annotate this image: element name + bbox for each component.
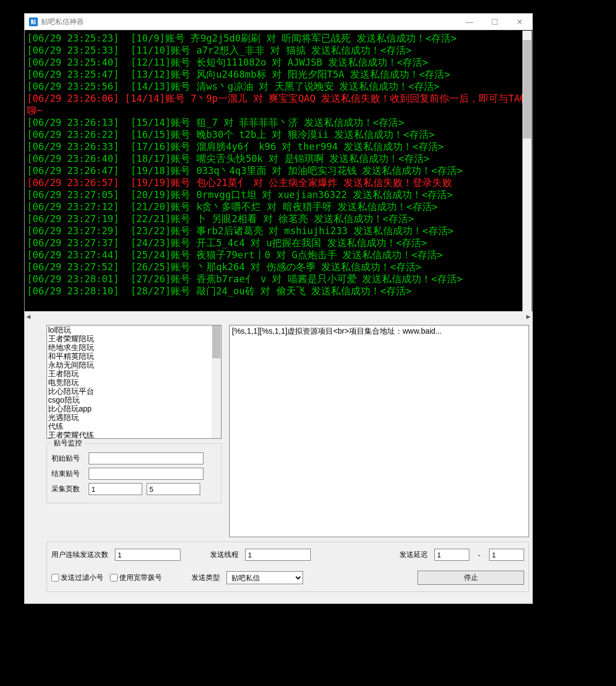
listbox-scrollbar[interactable] (212, 325, 221, 438)
app-icon: 贴 (29, 18, 38, 26)
list-item[interactable]: 永劫无间陪玩 (48, 361, 220, 369)
end-post-input[interactable] (89, 468, 204, 480)
log-line: [06/29 23:25:33] [11/10]账号 a7r2想入_非非 对 猫… (27, 44, 530, 56)
delay-to-input[interactable] (489, 549, 524, 561)
delay-from-input[interactable] (434, 549, 469, 561)
log-line: [06/29 23:25:56] [14/13]账号 清ws丶g凉油 对 天黑了… (27, 80, 530, 92)
send-type-select[interactable]: 贴吧私信 (226, 571, 303, 584)
list-item[interactable]: 和平精英陪玩 (48, 352, 220, 361)
list-item[interactable]: 代练 (48, 422, 220, 431)
send-count-input[interactable] (115, 549, 181, 561)
start-post-label: 初始贴号 (51, 454, 84, 463)
message-template-box[interactable]: [%s,1,1][%s,1,1]虚拟资源项目<br>项目集合地址：www.bai… (229, 325, 529, 537)
list-item[interactable]: 王者荣耀代练 (48, 431, 220, 439)
monitor-group: 贴号监控 初始贴号 结束贴号 采集页数 (47, 443, 222, 503)
log-line: [06/29 23:25:47] [13/12]账号 风向u2468mb标 对 … (27, 68, 530, 80)
use-broadband-checkbox[interactable] (110, 574, 118, 582)
monitor-legend: 贴号监控 (51, 438, 84, 448)
log-line: [06/29 23:27:52] [26/25]账号 丶那qk264 对 伤感の… (27, 261, 530, 273)
list-item[interactable]: 电竞陪玩 (48, 378, 220, 387)
app-window: 贴 贴吧私信神器 — ☐ ✕ [06/29 23:25:23] [10/9]账号… (24, 13, 533, 604)
log-line: [06/29 23:27:12] [21/20]账号 k贪丶多嚼不烂 对 暗夜猎… (27, 201, 530, 213)
thread-input[interactable] (245, 549, 311, 561)
use-broadband-label: 使用宽带拨号 (119, 573, 162, 583)
page-count-label: 采集页数 (51, 484, 84, 494)
log-line: [06/29 23:26:33] [17/16]账号 溜肩膀4y6亻 k96 对… (27, 141, 530, 153)
page-to-input[interactable] (147, 483, 200, 495)
log-line: [06/29 23:26:22] [16/15]账号 晚b30个 t2b上 对 … (27, 129, 530, 141)
list-item[interactable]: 王者荣耀陪玩 (48, 334, 220, 343)
log-line: [06/29 23:27:19] [22/21]账号 卜 另眼2相看 对 徐茗亮… (27, 213, 530, 225)
horizontal-scrollbar[interactable] (25, 313, 532, 322)
log-line: [06/29 23:27:29] [23/22]账号 事rb2后诸葛亮 对 ms… (27, 225, 530, 237)
delay-label: 发送延迟 (399, 550, 428, 560)
log-line: [06/29 23:26:47] [19/18]账号 033q丶4q3里面 对 … (27, 165, 530, 177)
log-line: [06/29 23:28:10] [28/27]账号 敲门24_ou砖 对 偷天… (27, 285, 530, 297)
start-post-input[interactable] (89, 452, 204, 464)
filter-small-label: 发送过滤小号 (61, 573, 103, 583)
log-line: [06/29 23:28:01] [27/26]账号 香蕉b7rae亻 v 对 … (27, 273, 530, 285)
log-line: [06/29 23:26:57] [19/19]账号 包心21菜亻 对 公主病全… (27, 177, 530, 189)
delay-dash: - (476, 551, 483, 559)
log-line: [06/29 23:26:06] [14/14]账号 7丶9p一溜儿 对 爽宝宝… (27, 92, 530, 117)
filter-small-checkbox[interactable] (51, 574, 59, 582)
list-item[interactable]: csgo陪玩 (48, 396, 220, 404)
list-item[interactable]: 比心陪玩平台 (48, 387, 220, 396)
stop-button[interactable]: 停止 (417, 571, 524, 585)
log-line: [06/29 23:27:05] [20/19]账号 0rmvgg口t坦 对 x… (27, 189, 530, 201)
middle-section: lol陪玩王者荣耀陪玩绝地求生陪玩和平精英陪玩永劫无间陪玩王者陪玩电竞陪玩比心陪… (25, 324, 532, 538)
log-line: [06/29 23:26:13] [15/14]账号 狙_7 对 菲菲菲菲丶济 … (27, 117, 530, 129)
listbox-scroll-thumb[interactable] (212, 325, 220, 358)
page-from-input[interactable] (89, 483, 142, 495)
log-line: [06/29 23:27:44] [25/24]账号 夜猫子79ert丨0 对 … (27, 249, 530, 261)
send-count-label: 用户连续发送次数 (51, 550, 108, 560)
log-line: [06/29 23:25:23] [10/9]账号 齐9g2j5d0刷刷 对 听… (27, 32, 530, 44)
list-item[interactable]: 比心陪玩app (48, 404, 220, 413)
vertical-scrollbar[interactable] (522, 31, 532, 312)
keyword-listbox[interactable]: lol陪玩王者荣耀陪玩绝地求生陪玩和平精英陪玩永劫无间陪玩王者陪玩电竞陪玩比心陪… (47, 325, 222, 439)
bottom-panel: 用户连续发送次数 发送线程 发送延迟 - 发送过滤小号 使用宽带拨号 发送类型 (47, 542, 529, 592)
minimize-button[interactable]: — (457, 14, 482, 30)
thread-label: 发送线程 (210, 550, 239, 560)
scrollbar-thumb[interactable] (523, 40, 531, 138)
message-template-text: [%s,1,1][%s,1,1]虚拟资源项目<br>项目集合地址：www.bai… (232, 327, 442, 335)
log-line: [06/29 23:27:37] [24/23]账号 开工5_4c4 对 u把握… (27, 237, 530, 249)
list-item[interactable]: 光遇陪玩 (48, 413, 220, 422)
end-post-label: 结束贴号 (51, 469, 84, 479)
send-type-label: 发送类型 (191, 573, 220, 583)
list-item[interactable]: 绝地求生陪玩 (48, 343, 220, 352)
titlebar: 贴 贴吧私信神器 — ☐ ✕ (25, 14, 532, 30)
app-title: 贴吧私信神器 (41, 17, 84, 27)
close-button[interactable]: ✕ (507, 14, 532, 30)
log-line: [06/29 23:26:40] [18/17]账号 嘴尖舌头快50k 对 是锦… (27, 153, 530, 165)
maximize-button[interactable]: ☐ (482, 14, 507, 30)
log-line: [06/29 23:25:40] [12/11]账号 长短句111082o 对 … (27, 56, 530, 68)
console-log: [06/29 23:25:23] [10/9]账号 齐9g2j5d0刷刷 对 听… (25, 30, 532, 311)
list-item[interactable]: lol陪玩 (48, 325, 220, 334)
list-item[interactable]: 王者陪玩 (48, 369, 220, 378)
